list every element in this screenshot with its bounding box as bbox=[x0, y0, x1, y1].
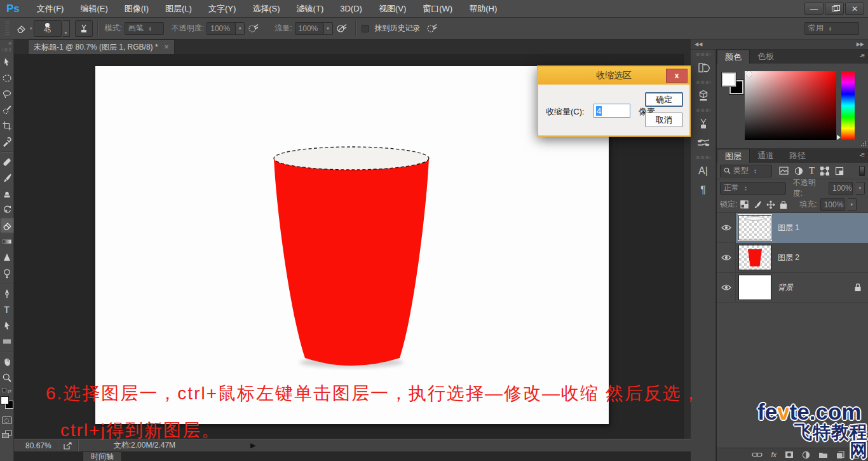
tab-swatches[interactable]: 色板 bbox=[750, 50, 782, 64]
menu-help[interactable]: 帮助(H) bbox=[461, 0, 505, 18]
panel-menu-icon[interactable]: -≡ bbox=[860, 151, 864, 158]
zoom-level[interactable]: 80.67% bbox=[14, 441, 58, 450]
strip-grip[interactable] bbox=[696, 53, 711, 56]
layer-name[interactable]: 背景 bbox=[778, 282, 793, 293]
eraser-tool-icon[interactable] bbox=[12, 20, 30, 37]
collapse-panels-icon[interactable]: ◀◀ bbox=[695, 41, 702, 47]
menu-3d[interactable]: 3D(D) bbox=[332, 0, 370, 18]
hand-tool[interactable] bbox=[0, 354, 14, 369]
swap-colors-icon[interactable]: ⇄ bbox=[2, 388, 12, 394]
cancel-button[interactable]: 取消 bbox=[645, 113, 683, 127]
brush-panel-toggle[interactable] bbox=[75, 20, 93, 37]
layer-thumbnail[interactable] bbox=[738, 215, 771, 240]
history-brush-tool[interactable] bbox=[0, 202, 14, 217]
menu-window[interactable]: 窗口(W) bbox=[414, 0, 461, 18]
layer-opacity-select[interactable]: 100% bbox=[829, 182, 853, 195]
hue-slider-marker[interactable] bbox=[837, 135, 841, 140]
eyedropper-tool[interactable] bbox=[0, 134, 14, 149]
dialog-close-button[interactable]: x bbox=[666, 69, 688, 83]
shape-tool[interactable] bbox=[0, 333, 14, 349]
menu-type[interactable]: 文字(Y) bbox=[200, 0, 244, 18]
fill-select[interactable]: 100% bbox=[820, 198, 844, 211]
mode-select[interactable]: 画笔 ▲▼ bbox=[125, 22, 164, 35]
layer-row-body[interactable]: 背景 bbox=[736, 273, 868, 303]
hue-slider[interactable] bbox=[841, 71, 855, 140]
quick-selection-tool[interactable] bbox=[0, 102, 14, 118]
filter-pixel-layers-icon[interactable] bbox=[779, 167, 789, 175]
tab-channels[interactable]: 通道 bbox=[750, 149, 782, 163]
eraser-tool[interactable] bbox=[0, 217, 14, 233]
ok-button[interactable]: 确定 bbox=[645, 92, 683, 107]
menu-image[interactable]: 图像(I) bbox=[116, 0, 157, 18]
flow-arrow[interactable]: ▼ bbox=[324, 22, 333, 35]
saturation-brightness-field[interactable] bbox=[745, 71, 836, 140]
lock-position-icon[interactable] bbox=[766, 200, 775, 209]
layer-row-body[interactable]: 图层 1 bbox=[736, 213, 868, 243]
brush-panel-icon[interactable] bbox=[693, 114, 714, 134]
type-tool[interactable]: T bbox=[0, 301, 14, 317]
close-button[interactable]: ✕ bbox=[845, 3, 864, 15]
menu-filter[interactable]: 滤镜(T) bbox=[288, 0, 332, 18]
restore-button[interactable] bbox=[825, 3, 844, 15]
status-menu-arrow[interactable]: ▶ bbox=[250, 441, 255, 450]
screen-mode-button[interactable] bbox=[2, 430, 12, 438]
character-panel-icon[interactable]: A| bbox=[693, 162, 714, 181]
gradient-tool[interactable] bbox=[0, 233, 14, 249]
layer-row[interactable]: 图层 1 bbox=[717, 213, 868, 243]
blend-mode-select[interactable]: 正常 ▲▼ bbox=[720, 182, 786, 195]
foreground-background-swatch[interactable] bbox=[1, 396, 13, 409]
blur-tool[interactable] bbox=[0, 249, 14, 265]
brush-presets-panel-icon[interactable] bbox=[693, 134, 714, 153]
strip-grip[interactable] bbox=[696, 81, 711, 84]
color-fg-bg-swatch[interactable] bbox=[722, 72, 743, 94]
lasso-tool[interactable] bbox=[0, 86, 14, 102]
filter-shape-layers-icon[interactable] bbox=[820, 167, 829, 175]
layer-thumbnail[interactable] bbox=[738, 275, 771, 300]
document-tab[interactable]: 未标题-1 @ 80.7% (图层 1, RGB/8) * × bbox=[28, 39, 175, 54]
filter-type-layers-icon[interactable]: T bbox=[809, 165, 815, 176]
workspace-switcher[interactable]: 常用 ▲▼ bbox=[804, 22, 859, 35]
filter-toggle[interactable] bbox=[859, 166, 865, 176]
crop-tool[interactable] bbox=[0, 118, 14, 134]
link-layers-icon[interactable] bbox=[752, 451, 763, 458]
tools-grip[interactable] bbox=[3, 48, 11, 52]
panel-resize-grip[interactable] bbox=[860, 141, 867, 147]
opacity-select[interactable]: 100% bbox=[207, 22, 236, 35]
lock-transparent-icon[interactable] bbox=[740, 200, 749, 209]
fill-arrow[interactable]: ▼ bbox=[848, 198, 857, 211]
lock-all-icon[interactable] bbox=[780, 200, 787, 209]
tab-layers[interactable]: 图层 bbox=[717, 149, 750, 163]
filter-smart-objects-icon[interactable] bbox=[835, 167, 844, 175]
color-cursor[interactable] bbox=[746, 71, 752, 77]
menu-view[interactable]: 视图(V) bbox=[370, 0, 414, 18]
layer-row[interactable]: 图层 2 bbox=[717, 243, 868, 273]
paragraph-panel-icon[interactable]: ¶ bbox=[693, 181, 714, 200]
contract-amount-input[interactable]: 4 bbox=[593, 104, 630, 118]
layer-name[interactable]: 图层 1 bbox=[778, 223, 799, 233]
expand-panels-icon[interactable]: ▶▶ bbox=[857, 41, 864, 47]
visibility-toggle[interactable] bbox=[717, 243, 736, 273]
timeline-tab[interactable]: 时间轴 bbox=[83, 451, 122, 461]
flow-select[interactable]: 100% bbox=[295, 22, 324, 35]
strip-grip[interactable] bbox=[696, 109, 711, 112]
layer-style-icon[interactable]: fx bbox=[771, 451, 776, 458]
foreground-color[interactable] bbox=[1, 396, 9, 404]
filter-adjustment-layers-icon[interactable] bbox=[794, 167, 803, 175]
clone-stamp-tool[interactable] bbox=[0, 186, 14, 202]
brush-preset-arrow[interactable]: ▼ bbox=[63, 20, 70, 37]
lock-pixels-icon[interactable] bbox=[753, 200, 762, 209]
document-close-icon[interactable]: × bbox=[165, 43, 169, 52]
layer-opacity-arrow[interactable]: ▼ bbox=[856, 182, 865, 195]
tab-paths[interactable]: 路径 bbox=[782, 149, 813, 163]
minimize-button[interactable]: — bbox=[804, 3, 824, 15]
move-tool[interactable] bbox=[0, 54, 14, 70]
menu-select[interactable]: 选择(S) bbox=[244, 0, 288, 18]
airbrush-icon[interactable] bbox=[423, 20, 441, 37]
collapse-tools-icon[interactable]: » bbox=[8, 39, 13, 46]
visibility-toggle[interactable] bbox=[717, 273, 736, 303]
quick-mask-button[interactable] bbox=[2, 416, 12, 424]
marquee-tool[interactable] bbox=[0, 70, 14, 86]
filter-type-select[interactable]: 类型 ▲▼ bbox=[720, 165, 772, 177]
dialog-titlebar[interactable]: 收缩选区 x bbox=[538, 67, 689, 85]
strip-grip[interactable] bbox=[696, 156, 711, 159]
